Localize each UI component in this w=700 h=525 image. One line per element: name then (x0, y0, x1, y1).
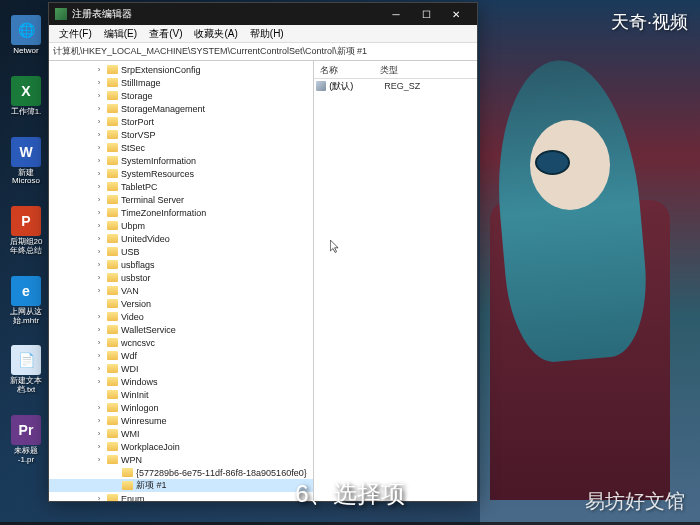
tree-node[interactable]: ›Enum (49, 492, 313, 501)
tree-node[interactable]: {577289b6-6e75-11df-86f8-18a905160fe0} (49, 466, 313, 479)
tree-node[interactable]: ›WorkplaceJoin (49, 440, 313, 453)
desktop-icon[interactable]: 📄新建文本档.txt (5, 345, 47, 395)
app-icon: W (11, 137, 41, 167)
expand-arrow-icon[interactable]: › (94, 169, 104, 178)
folder-icon (107, 169, 118, 178)
expand-arrow-icon[interactable]: › (94, 429, 104, 438)
desktop-icons-column: 🌐NetworX工作簿1.W新建MicrosoP后期组20年终总结e上网从这始.… (5, 15, 47, 465)
menu-item[interactable]: 收藏夹(A) (188, 27, 243, 41)
tree-node[interactable]: ›wcncsvc (49, 336, 313, 349)
string-value-icon (316, 81, 326, 91)
expand-arrow-icon[interactable]: › (94, 442, 104, 451)
tree-node[interactable]: ›Storage (49, 89, 313, 102)
expand-arrow-icon[interactable]: › (94, 403, 104, 412)
menu-item[interactable]: 编辑(E) (98, 27, 143, 41)
folder-icon (107, 234, 118, 243)
tree-node[interactable]: ›Terminal Server (49, 193, 313, 206)
expand-arrow-icon[interactable]: › (94, 234, 104, 243)
tree-node[interactable]: ›TimeZoneInformation (49, 206, 313, 219)
registry-values-panel[interactable]: 名称 类型 (默认)REG_SZ (314, 61, 477, 501)
expand-arrow-icon[interactable]: › (94, 455, 104, 464)
registry-value-row[interactable]: (默认)REG_SZ (314, 79, 477, 93)
tree-node[interactable]: ›SystemResources (49, 167, 313, 180)
expand-arrow-icon[interactable]: › (94, 65, 104, 74)
expand-arrow-icon[interactable]: › (94, 494, 104, 501)
tree-node-label: Enum (121, 494, 145, 502)
tree-node[interactable]: ›Wdf (49, 349, 313, 362)
maximize-button[interactable]: ☐ (411, 3, 441, 25)
tree-node[interactable]: WinInit (49, 388, 313, 401)
expand-arrow-icon[interactable]: › (94, 221, 104, 230)
folder-icon (107, 104, 118, 113)
tree-node[interactable]: ›WalletService (49, 323, 313, 336)
tree-node-selected[interactable]: 新项 #1 (49, 479, 313, 492)
tree-node-label: usbflags (121, 260, 155, 270)
tree-node-label: Winlogon (121, 403, 159, 413)
address-bar[interactable]: 计算机\HKEY_LOCAL_MACHINE\SYSTEM\CurrentCon… (49, 43, 477, 61)
desktop-icon[interactable]: W新建Microso (5, 137, 47, 187)
tree-node[interactable]: ›Video (49, 310, 313, 323)
tree-node-label: {577289b6-6e75-11df-86f8-18a905160fe0} (136, 468, 307, 478)
tree-node[interactable]: ›UnitedVideo (49, 232, 313, 245)
tree-node[interactable]: ›SystemInformation (49, 154, 313, 167)
tree-node[interactable]: ›WMI (49, 427, 313, 440)
tree-node[interactable]: ›Ubpm (49, 219, 313, 232)
tree-node[interactable]: ›SrpExtensionConfig (49, 63, 313, 76)
tree-node[interactable]: ›StSec (49, 141, 313, 154)
tree-node[interactable]: Version (49, 297, 313, 310)
expand-arrow-icon[interactable]: › (94, 91, 104, 100)
expand-arrow-icon[interactable]: › (94, 364, 104, 373)
expand-arrow-icon[interactable]: › (94, 104, 104, 113)
expand-arrow-icon[interactable]: › (94, 143, 104, 152)
expand-arrow-icon[interactable]: › (94, 195, 104, 204)
tree-node[interactable]: ›Winlogon (49, 401, 313, 414)
expand-arrow-icon[interactable]: › (94, 78, 104, 87)
expand-arrow-icon[interactable]: › (94, 260, 104, 269)
tree-node-label: Version (121, 299, 151, 309)
menu-item[interactable]: 帮助(H) (244, 27, 290, 41)
expand-arrow-icon[interactable]: › (94, 156, 104, 165)
expand-arrow-icon[interactable]: › (94, 325, 104, 334)
desktop-icon[interactable]: X工作簿1. (5, 76, 47, 117)
menu-item[interactable]: 查看(V) (143, 27, 188, 41)
expand-arrow-icon[interactable]: › (94, 377, 104, 386)
tree-node[interactable]: ›usbflags (49, 258, 313, 271)
expand-arrow-icon[interactable]: › (94, 286, 104, 295)
expand-arrow-icon[interactable]: › (94, 130, 104, 139)
folder-icon (107, 221, 118, 230)
expand-arrow-icon[interactable]: › (94, 273, 104, 282)
desktop-icon[interactable]: Pr未标题-1.pr (5, 415, 47, 465)
column-name[interactable]: 名称 (314, 64, 374, 77)
tree-node[interactable]: ›usbstor (49, 271, 313, 284)
expand-arrow-icon[interactable]: › (94, 117, 104, 126)
expand-arrow-icon[interactable]: › (94, 338, 104, 347)
desktop-icon[interactable]: 🌐Networ (5, 15, 47, 56)
tree-node[interactable]: ›VAN (49, 284, 313, 297)
menu-item[interactable]: 文件(F) (53, 27, 98, 41)
folder-icon (107, 416, 118, 425)
close-button[interactable]: ✕ (441, 3, 471, 25)
tree-node[interactable]: ›WPN (49, 453, 313, 466)
tree-node[interactable]: ›StorVSP (49, 128, 313, 141)
tree-node[interactable]: ›Windows (49, 375, 313, 388)
registry-tree-panel[interactable]: ›SrpExtensionConfig›StillImage›Storage›S… (49, 61, 314, 501)
expand-arrow-icon[interactable]: › (94, 416, 104, 425)
tree-node[interactable]: ›StorPort (49, 115, 313, 128)
expand-arrow-icon[interactable]: › (94, 351, 104, 360)
tree-node[interactable]: ›Winresume (49, 414, 313, 427)
folder-icon (107, 312, 118, 321)
tree-node[interactable]: ›StillImage (49, 76, 313, 89)
expand-arrow-icon[interactable]: › (94, 208, 104, 217)
desktop-icon[interactable]: P后期组20年终总结 (5, 206, 47, 256)
expand-arrow-icon[interactable]: › (94, 247, 104, 256)
minimize-button[interactable]: ─ (381, 3, 411, 25)
window-titlebar[interactable]: 注册表编辑器 ─ ☐ ✕ (49, 3, 477, 25)
expand-arrow-icon[interactable]: › (94, 312, 104, 321)
tree-node[interactable]: ›USB (49, 245, 313, 258)
tree-node[interactable]: ›StorageManagement (49, 102, 313, 115)
tree-node[interactable]: ›WDI (49, 362, 313, 375)
tree-node[interactable]: ›TabletPC (49, 180, 313, 193)
desktop-icon[interactable]: e上网从这始.mhtr (5, 276, 47, 326)
expand-arrow-icon[interactable]: › (94, 182, 104, 191)
column-type[interactable]: 类型 (374, 64, 477, 77)
